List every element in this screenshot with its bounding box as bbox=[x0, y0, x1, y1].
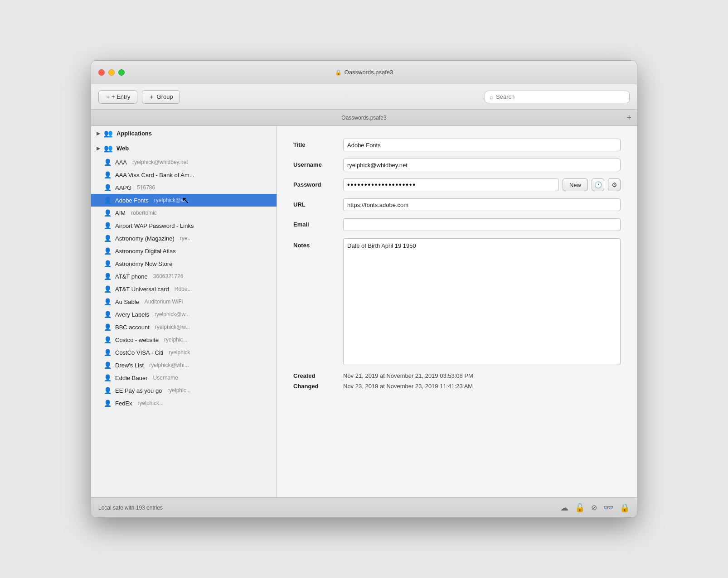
title-field-row: Title bbox=[293, 139, 621, 151]
user-icon: 👤 bbox=[104, 222, 112, 229]
list-item[interactable]: 👤 Astronomy (Magazine) rye... bbox=[91, 232, 277, 245]
group-icon: 👥 bbox=[104, 129, 113, 138]
user-icon: 👤 bbox=[104, 260, 112, 267]
list-item[interactable]: 👤 AAA ryelphick@whidbey.net bbox=[91, 156, 277, 169]
subheader-title: Oasswords.psafe3 bbox=[341, 115, 386, 121]
statusbar: Local safe with 193 entries ☁ 🔓 ⊘ 👓 🔒 bbox=[91, 497, 637, 517]
password-row: New 🕐 ⚙ bbox=[343, 178, 621, 191]
statusbar-text: Local safe with 193 entries bbox=[98, 505, 560, 511]
changed-label: Changed bbox=[293, 383, 343, 390]
email-input[interactable] bbox=[343, 218, 621, 231]
plus-icon: ＋ bbox=[149, 93, 155, 101]
list-item-astronomy-digital-atlas[interactable]: 👤 Astronomy Digital Atlas bbox=[91, 245, 277, 257]
window-title: 🔒 Oasswords.psafe3 bbox=[335, 69, 393, 76]
add-subheader-button[interactable]: + bbox=[626, 114, 631, 122]
changed-row: Changed Nov 23, 2019 at November 23, 201… bbox=[293, 383, 621, 390]
subheader: Oasswords.psafe3 + bbox=[91, 110, 637, 126]
user-icon: 👤 bbox=[104, 323, 112, 331]
user-icon: 👤 bbox=[104, 235, 112, 242]
created-label: Created bbox=[293, 372, 343, 379]
sidebar-group-web[interactable]: ▶ 👥 Web bbox=[91, 141, 277, 156]
add-entry-button[interactable]: ＋ + Entry bbox=[98, 90, 137, 104]
url-field-row: URL bbox=[293, 198, 621, 211]
user-icon: 👤 bbox=[104, 273, 112, 280]
list-item[interactable]: 👤 AAPG 516786 bbox=[91, 181, 277, 194]
created-value: Nov 21, 2019 at November 21, 2019 03:53:… bbox=[343, 372, 473, 379]
add-group-button[interactable]: ＋ Group bbox=[142, 90, 180, 104]
password-input[interactable] bbox=[343, 178, 559, 191]
list-item[interactable]: 👤 AIM robertomic bbox=[91, 207, 277, 219]
changed-value: Nov 23, 2019 at November 23, 2019 11:41:… bbox=[343, 383, 473, 390]
list-item[interactable]: 👤 AT&T Universal card Robe... bbox=[91, 283, 277, 295]
search-box: ⌕ bbox=[485, 91, 630, 103]
list-item[interactable]: 👤 AAA Visa Card - Bank of Am... bbox=[91, 169, 277, 181]
group-icon: 👥 bbox=[104, 144, 113, 153]
user-icon: 👤 bbox=[104, 400, 112, 407]
username-input[interactable] bbox=[343, 159, 621, 171]
main-content: ▶ 👥 Applications ▶ 👥 Web 👤 AAA ryelphick… bbox=[91, 126, 637, 497]
username-field-row: Username bbox=[293, 159, 621, 171]
lock-icon[interactable]: 🔒 bbox=[620, 503, 630, 513]
lock-icon: 🔒 bbox=[335, 69, 342, 76]
username-label: Username bbox=[293, 159, 343, 168]
user-icon: 👤 bbox=[104, 361, 112, 369]
list-item[interactable]: 👤 Eddie Bauer Username bbox=[91, 371, 277, 384]
password-field-row: Password New 🕐 ⚙ bbox=[293, 178, 621, 191]
list-item[interactable]: 👤 CostCo VISA - Citi ryelphick bbox=[91, 346, 277, 359]
password-history-button[interactable]: 🕐 bbox=[592, 178, 604, 191]
list-item[interactable]: 👤 Drew's List ryelphick@whi... bbox=[91, 359, 277, 371]
user-icon: 👤 bbox=[104, 374, 112, 381]
url-input[interactable] bbox=[343, 198, 621, 211]
password-label: Password bbox=[293, 178, 343, 188]
sidebar-group-applications[interactable]: ▶ 👥 Applications bbox=[91, 126, 277, 141]
list-item[interactable]: 👤 FedEx ryelphick... bbox=[91, 397, 277, 409]
detail-panel: Title Username Password New 🕐 ⚙ bbox=[277, 126, 637, 497]
notes-field-row: Notes Date of Birth April 19 1950 bbox=[293, 238, 621, 365]
search-input[interactable] bbox=[496, 93, 625, 100]
list-item[interactable]: 👤 AT&T phone 3606321726 bbox=[91, 270, 277, 283]
history-icon: 🕐 bbox=[594, 181, 602, 188]
glasses-icon[interactable]: 👓 bbox=[603, 503, 613, 513]
toolbar: ＋ + Entry ＋ Group ⌕ bbox=[91, 84, 637, 110]
new-password-button[interactable]: New bbox=[563, 178, 588, 191]
cloud-icon[interactable]: ☁ bbox=[560, 503, 568, 513]
no-entry-icon[interactable]: ⊘ bbox=[591, 503, 597, 512]
email-field-row: Email bbox=[293, 218, 621, 231]
list-item-adobe-fonts[interactable]: 👤 Adobe Fonts ryelphick@w... ↖ bbox=[91, 194, 277, 207]
notes-label: Notes bbox=[293, 238, 343, 249]
plus-icon: ＋ bbox=[105, 93, 111, 101]
user-icon: 👤 bbox=[104, 387, 112, 394]
password-options-button[interactable]: ⚙ bbox=[608, 178, 621, 191]
user-icon: 👤 bbox=[104, 247, 112, 255]
list-item[interactable]: 👤 Airport WAP Password - Links bbox=[91, 219, 277, 232]
user-icon: 👤 bbox=[104, 311, 112, 318]
list-item[interactable]: 👤 Au Sable Auditorium WiFi bbox=[91, 295, 277, 308]
traffic-lights bbox=[98, 69, 125, 76]
triangle-icon: ▶ bbox=[97, 146, 100, 151]
titlebar: 🔒 Oasswords.psafe3 bbox=[91, 61, 637, 84]
lock-open-icon[interactable]: 🔓 bbox=[575, 503, 585, 513]
list-item[interactable]: 👤 EE Pay as you go ryelphic... bbox=[91, 384, 277, 397]
title-input[interactable] bbox=[343, 139, 621, 151]
gear-icon: ⚙ bbox=[612, 181, 617, 188]
statusbar-icons: ☁ 🔓 ⊘ 👓 🔒 bbox=[560, 503, 630, 513]
minimize-button[interactable] bbox=[108, 69, 115, 76]
email-label: Email bbox=[293, 218, 343, 228]
title-label: Title bbox=[293, 139, 343, 148]
user-icon: 👤 bbox=[104, 209, 112, 217]
user-icon: 👤 bbox=[104, 285, 112, 293]
close-button[interactable] bbox=[98, 69, 105, 76]
list-item[interactable]: 👤 Avery Labels ryelphick@w... bbox=[91, 308, 277, 321]
user-icon: 👤 bbox=[104, 197, 112, 204]
main-window: 🔒 Oasswords.psafe3 ＋ + Entry ＋ Group ⌕ O… bbox=[91, 60, 637, 518]
notes-textarea[interactable]: Date of Birth April 19 1950 bbox=[343, 238, 621, 365]
sidebar: ▶ 👥 Applications ▶ 👥 Web 👤 AAA ryelphick… bbox=[91, 126, 277, 497]
created-row: Created Nov 21, 2019 at November 21, 201… bbox=[293, 372, 621, 379]
list-item[interactable]: 👤 BBC account ryelphick@w... bbox=[91, 321, 277, 333]
triangle-icon: ▶ bbox=[97, 131, 100, 136]
maximize-button[interactable] bbox=[118, 69, 125, 76]
list-item-astronomy-now-store[interactable]: 👤 Astronomy Now Store bbox=[91, 257, 277, 270]
search-icon: ⌕ bbox=[490, 93, 493, 101]
list-item-costco-website[interactable]: 👤 Costco - website ryelphic... bbox=[91, 333, 277, 346]
user-icon: 👤 bbox=[104, 171, 112, 178]
